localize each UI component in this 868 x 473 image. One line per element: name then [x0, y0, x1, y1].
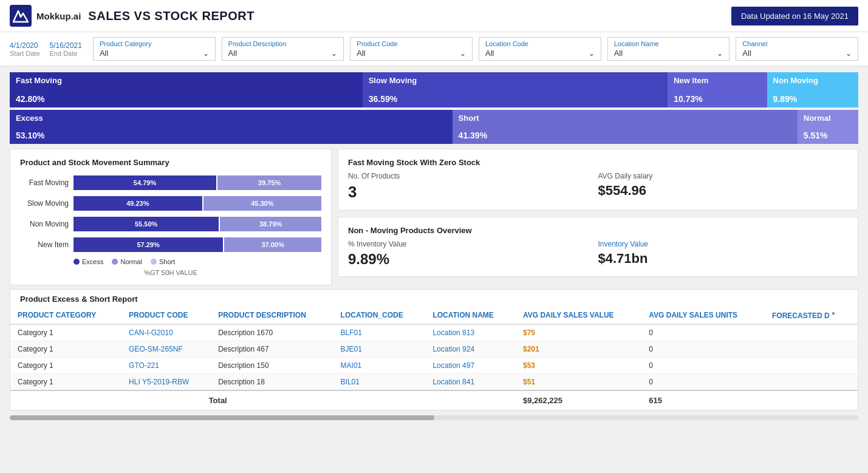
non-moving-value-col: Inventory Value $4.71bn [598, 240, 849, 268]
cell-code-2: GTO-221 [121, 358, 211, 374]
cell-category-2: Category 1 [10, 358, 121, 374]
filter-location-name[interactable]: Location Name All ⌄ [607, 37, 730, 61]
col-product-description: PRODUCT DESCRIPTION [211, 306, 333, 324]
product-table: PRODUCT CATEGORY PRODUCT CODE PRODUCT DE… [10, 306, 858, 410]
cell-forecast-3 [765, 374, 858, 391]
category-bar-slow-moving-pct: 36.59% [369, 94, 661, 104]
scrollbar-area[interactable] [10, 415, 858, 420]
category-bar-new-item: New Item 10.73% [668, 72, 767, 107]
chevron-down-icon-4: ⌄ [589, 49, 595, 58]
fast-moving-products-col: No. Of Products 3 [348, 172, 598, 202]
cell-loccode-2: MAI01 [333, 358, 426, 374]
filter-channel[interactable]: Channel All ⌄ [736, 37, 858, 61]
cell-locname-3: Location 841 [425, 374, 516, 391]
cell-avg-val-1: $201 [516, 341, 641, 358]
chart-label-non-moving: Non Moving [20, 220, 69, 228]
fast-moving-avg-col: AVG Daily salary $554.96 [598, 172, 849, 202]
cell-loccode-3: BIL01 [333, 374, 426, 391]
cell-desc-3: Description 18 [211, 374, 333, 391]
filter-product-code-label: Product Code [357, 40, 466, 47]
col-product-category: PRODUCT CATEGORY [10, 306, 121, 324]
legend-item-normal: Normal [112, 258, 142, 265]
date-group: 4/1/2020 Start Date 5/16/2021 End Date [10, 37, 82, 61]
cell-code-0: CAN-I-G2010 [121, 324, 211, 341]
legend-dot-short [151, 259, 157, 265]
filter-product-category-value: All [100, 49, 108, 58]
fast-moving-avg-label: AVG Daily salary [598, 172, 849, 180]
end-date-group: 5/16/2021 End Date [50, 41, 82, 57]
category-bar-non-moving-pct: 9.89% [773, 94, 852, 104]
filter-product-description-value: All [228, 49, 237, 58]
filter-location-name-value: All [614, 49, 623, 58]
col-location-code: LOCATION_CODE [333, 306, 426, 324]
filter-location-code[interactable]: Location Code All ⌄ [479, 37, 601, 61]
cell-desc-2: Description 150 [211, 358, 333, 374]
col-avg-daily-sales-value: AVG DAILY SALES VALUE [516, 306, 641, 324]
cell-avg-units-2: 0 [641, 358, 765, 374]
chart-footer: %GT S0H VALUE [20, 269, 321, 276]
filter-product-code[interactable]: Product Code All ⌄ [350, 37, 473, 61]
main-content: Product and Stock Movement Summary Fast … [10, 149, 858, 285]
fast-moving-products-label: No. Of Products [348, 172, 598, 180]
category-bar-new-item-pct: 10.73% [674, 94, 760, 104]
category-bar-fast-moving-pct: 42.80% [16, 94, 357, 104]
table-row: Category 1 CAN-I-G2010 Description 1670 … [10, 324, 858, 341]
filter-channel-label: Channel [742, 40, 852, 47]
cell-locname-0: Location 813 [425, 324, 516, 341]
cell-avg-val-0: $75 [516, 324, 641, 341]
filter-location-code-value: All [485, 49, 494, 58]
stock-bar-normal-pct: 5.51% [804, 131, 852, 140]
table-row: Category 1 HLI Y5-2019-RBW Description 1… [10, 374, 858, 391]
chart-row-fast-moving: Fast Moving 54.79% 39.75% [20, 175, 321, 190]
non-moving-pct-value: 9.89% [348, 251, 598, 268]
chart-bar-dark-fast-moving: 54.79% [73, 175, 216, 190]
stock-bar-excess-label: Excess [16, 114, 446, 123]
cell-avg-units-3: 0 [641, 374, 765, 391]
cell-avg-units-1: 0 [641, 341, 765, 358]
non-moving-panel-title: Non - Moving Products Overview [348, 226, 848, 235]
col-product-code: PRODUCT CODE [121, 306, 211, 324]
chevron-down-icon-2: ⌄ [331, 49, 337, 58]
filter-location-code-label: Location Code [485, 40, 595, 47]
filter-product-description[interactable]: Product Description All ⌄ [222, 37, 344, 61]
category-bars: Fast Moving 42.80% Slow Moving 36.59% Ne… [10, 72, 858, 107]
category-bar-fast-moving: Fast Moving 42.80% [10, 72, 363, 107]
category-bar-slow-moving: Slow Moving 36.59% [363, 72, 668, 107]
non-moving-pct-col: % Inventory Value 9.89% [348, 240, 598, 268]
category-bar-fast-moving-label: Fast Moving [16, 76, 357, 85]
filter-product-category-label: Product Category [100, 40, 209, 47]
cell-avg-val-2: $53 [516, 358, 641, 374]
cell-locname-1: Location 924 [425, 341, 516, 358]
footer-total-avg-value: $9,262,225 [516, 390, 641, 410]
cell-avg-units-0: 0 [641, 324, 765, 341]
chart-row-non-moving: Non Moving 55.50% 38.79% [20, 217, 321, 231]
chart-label-slow-moving: Slow Moving [20, 199, 69, 208]
col-avg-daily-sales-units: AVG DAILY SALES UNITS [641, 306, 765, 324]
filter-product-category[interactable]: Product Category All ⌄ [93, 37, 216, 61]
footer-total-label: Total [10, 390, 425, 410]
chevron-down-icon-6: ⌄ [846, 49, 852, 58]
cell-code-1: GEO-SM-265NF [121, 341, 211, 358]
scrollbar-thumb[interactable] [10, 415, 434, 420]
chart-bar-light-non-moving: 38.79% [220, 217, 321, 231]
stock-bars: Excess 53.10% Short 41.39% Normal 5.51% [10, 110, 858, 144]
table-section-title: Product Excess & Short Report [10, 290, 858, 306]
logo-text: Mokkup.ai [36, 11, 81, 21]
filter-product-description-label: Product Description [228, 40, 338, 47]
filters-bar: 4/1/2020 Start Date 5/16/2021 End Date P… [0, 32, 868, 66]
legend-dot-excess [73, 259, 80, 265]
non-moving-pct-label: % Inventory Value [348, 240, 598, 248]
cell-forecast-2 [765, 358, 858, 374]
cell-forecast-1 [765, 341, 858, 358]
cell-category-3: Category 1 [10, 374, 121, 391]
chart-legend: Excess Normal Short [73, 258, 321, 265]
page-title: SALES VS STOCK REPORT [88, 9, 255, 23]
chart-bar-light-fast-moving: 39.75% [217, 175, 321, 190]
col-location-name: LOCATION NAME [425, 306, 516, 324]
filter-location-name-label: Location Name [614, 40, 723, 47]
fast-moving-panel: Fast Moving Stock With Zero Stock No. Of… [338, 149, 858, 211]
chart-section-title: Product and Stock Movement Summary [20, 158, 321, 167]
footer-total-avg-units: 615 [641, 390, 765, 410]
end-date-value: 5/16/2021 [50, 41, 82, 50]
data-updated-badge: Data Updated on 16 May 2021 [731, 7, 858, 26]
